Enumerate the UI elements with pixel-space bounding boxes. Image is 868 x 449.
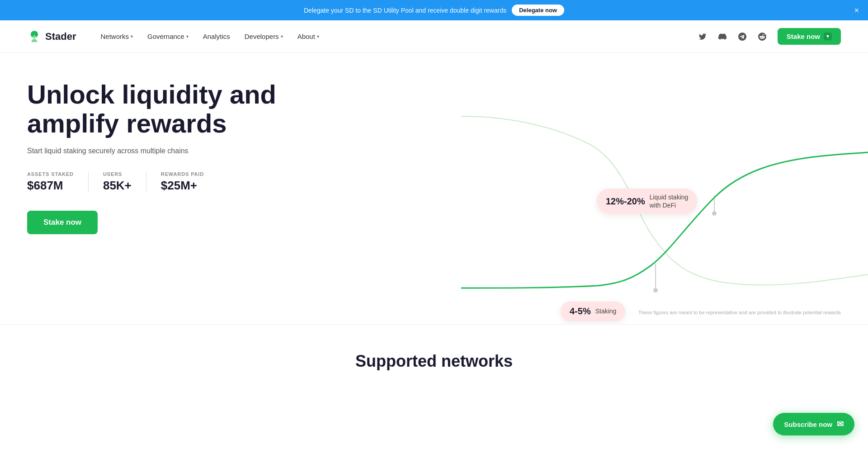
nav-analytics[interactable]: Analytics xyxy=(197,29,236,44)
nav-links: Networks ▾ Governance ▾ Analytics Develo… xyxy=(94,29,694,44)
nav-developers[interactable]: Developers ▾ xyxy=(238,29,289,44)
delegate-button[interactable]: Delegate now xyxy=(512,5,564,16)
reddit-icon[interactable] xyxy=(754,28,770,45)
stake-chevron-icon: ▾ xyxy=(824,33,832,40)
disclaimer-text: These figures are meant to be representa… xyxy=(638,310,841,315)
stat-assets-value: $687M xyxy=(27,179,74,193)
high-return-value: 12%-20% xyxy=(606,196,645,207)
logo-text: Stader xyxy=(45,31,76,43)
high-return-label: Liquid staking with DeFi xyxy=(650,193,689,209)
svg-point-3 xyxy=(653,288,658,293)
stat-rewards-label: REWARDS PAID xyxy=(161,171,204,177)
hero-content: Unlock liquidity and amplify rewards Sta… xyxy=(27,80,298,234)
hero-subtitle: Start liquid staking securely across mul… xyxy=(27,147,298,155)
twitter-icon[interactable] xyxy=(694,28,711,45)
hero-chart: 12%-20% Liquid staking with DeFi 4-5% St… xyxy=(461,80,868,315)
top-banner: Delegate your SD to the SD Utility Pool … xyxy=(0,0,868,20)
navbar: Stader Networks ▾ Governance ▾ Analytics… xyxy=(0,20,868,53)
logo-icon xyxy=(27,29,42,44)
low-return-bubble: 4-5% Staking xyxy=(561,302,625,321)
banner-text: Delegate your SD to the SD Utility Pool … xyxy=(304,7,506,14)
hero-section: Unlock liquidity and amplify rewards Sta… xyxy=(0,53,868,324)
supported-networks-heading: Supported networks xyxy=(0,352,868,371)
stat-assets-label: ASSETS STAKED xyxy=(27,171,74,177)
hero-title: Unlock liquidity and amplify rewards xyxy=(27,80,298,138)
stat-users: USERS 85K+ xyxy=(103,171,146,193)
discord-icon[interactable] xyxy=(714,28,731,45)
governance-chevron: ▾ xyxy=(186,34,189,39)
high-return-bubble: 12%-20% Liquid staking with DeFi xyxy=(597,189,697,214)
logo[interactable]: Stader xyxy=(27,29,76,44)
navbar-stake-button[interactable]: Stake now ▾ xyxy=(778,28,841,45)
stat-users-label: USERS xyxy=(103,171,132,177)
nav-networks[interactable]: Networks ▾ xyxy=(94,29,139,44)
banner-close-button[interactable]: × xyxy=(854,6,859,14)
low-return-value: 4-5% xyxy=(570,306,591,317)
low-return-label: Staking xyxy=(595,307,617,315)
nav-social xyxy=(694,28,770,45)
nav-about[interactable]: About ▾ xyxy=(291,29,326,44)
telegram-icon[interactable] xyxy=(734,28,750,45)
developers-chevron: ▾ xyxy=(281,34,283,39)
stats-row: ASSETS STAKED $687M USERS 85K+ REWARDS P… xyxy=(27,171,298,193)
stat-assets-staked: ASSETS STAKED $687M xyxy=(27,171,89,193)
stat-users-value: 85K+ xyxy=(103,179,132,193)
stat-rewards: REWARDS PAID $25M+ xyxy=(161,171,218,193)
supported-networks-section: Supported networks xyxy=(0,324,868,389)
stat-rewards-value: $25M+ xyxy=(161,179,204,193)
svg-point-1 xyxy=(712,211,717,216)
networks-chevron: ▾ xyxy=(131,34,133,39)
about-chevron: ▾ xyxy=(317,34,319,39)
hero-stake-button[interactable]: Stake now xyxy=(27,211,98,234)
nav-governance[interactable]: Governance ▾ xyxy=(141,29,195,44)
